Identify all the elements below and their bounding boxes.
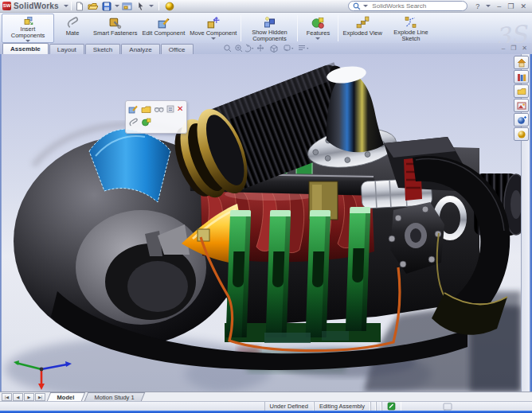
tab-assemble[interactable]: Assemble — [2, 43, 49, 54]
edit-assembly-icon — [387, 402, 396, 411]
dropdown-icon[interactable] — [315, 37, 320, 40]
button-label: Edit Component — [142, 30, 185, 37]
picture-icon — [517, 101, 526, 111]
dropdown-icon[interactable] — [211, 37, 216, 40]
solidworks-resources-tab[interactable] — [514, 56, 529, 69]
first-tab-button[interactable]: |◀ — [2, 393, 12, 401]
motion-study-tab[interactable]: Motion Study 1 — [84, 392, 144, 401]
explode-line-sketch-button[interactable]: Explode Line Sketch — [385, 14, 437, 43]
hide-show-items-icon — [299, 46, 305, 50]
doc-close-button[interactable]: ✕ — [522, 45, 527, 52]
mate-small-icon[interactable] — [128, 117, 139, 127]
help-dropdown-icon[interactable] — [486, 5, 491, 7]
search-input[interactable] — [370, 2, 463, 10]
model-tab[interactable]: Model — [47, 392, 85, 401]
status-right-gap — [452, 402, 532, 411]
task-pane-tabs — [514, 56, 530, 141]
open-button[interactable] — [88, 1, 99, 11]
sheet-tab-bar: |◀ ◀ ▶ ▶| Model Motion Study 1 — [0, 392, 532, 401]
move-component-icon — [206, 16, 220, 29]
select-dropdown-icon[interactable] — [149, 5, 154, 7]
mate-button[interactable]: Mate — [54, 14, 91, 43]
home-icon — [517, 58, 526, 68]
file-explorer-tab[interactable] — [514, 84, 529, 98]
quick-access-toolbar — [74, 1, 175, 11]
hide-component-icon[interactable] — [154, 104, 164, 115]
rotate-view-icon — [245, 45, 251, 52]
library-books-icon — [517, 72, 526, 82]
new-document-button[interactable] — [74, 1, 85, 11]
teal-reflection — [322, 331, 349, 341]
status-spacer — [0, 402, 264, 411]
divider — [241, 15, 241, 41]
exploded-view-icon — [356, 16, 370, 29]
select-button[interactable] — [135, 1, 147, 11]
smart-fasteners-icon — [108, 16, 122, 29]
search-scope-dropdown-icon[interactable] — [363, 5, 368, 7]
restore-button[interactable]: ❐ — [507, 2, 514, 10]
minimize-button[interactable]: – — [497, 2, 501, 10]
view-heads-up-toolbar[interactable] — [223, 44, 323, 53]
main-area: ✕ — [0, 54, 532, 392]
folder-icon — [517, 87, 526, 96]
features-button[interactable]: Features — [299, 14, 336, 43]
appearances-icon[interactable] — [141, 117, 151, 127]
ribbon-tab-bar: Assemble Layout Sketch Analyze Office – … — [0, 43, 532, 54]
open-folder-icon — [88, 2, 98, 11]
prev-tab-button[interactable]: ◀ — [13, 393, 23, 401]
command-manager: Insert Components Mate Smart Fasteners E… — [0, 13, 532, 43]
save-dropdown-icon[interactable] — [115, 5, 119, 7]
component-properties-icon[interactable] — [166, 105, 174, 113]
status-gap — [401, 402, 443, 411]
close-button[interactable]: ✕ — [520, 2, 526, 10]
show-hidden-components-button[interactable]: Show Hidden Components — [243, 14, 295, 43]
menu-caret-icon[interactable] — [64, 5, 68, 7]
tab-office[interactable]: Office — [161, 44, 194, 54]
button-label: Show Hidden Components — [245, 29, 293, 42]
features-icon — [311, 16, 325, 29]
search-box[interactable] — [348, 1, 467, 11]
constraint-status: Under Defined — [264, 402, 314, 411]
insert-components-button[interactable]: Insert Components — [2, 14, 54, 43]
smart-fasteners-button[interactable]: Smart Fasteners — [91, 14, 139, 43]
search-icon — [353, 2, 361, 10]
close-context-toolbar-button[interactable]: ✕ — [177, 104, 183, 114]
button-label: Explode Line Sketch — [387, 29, 435, 42]
titlebar[interactable]: SW SolidWorks — [0, 0, 532, 13]
open-part-icon[interactable] — [141, 104, 151, 115]
view-palette-tab[interactable] — [514, 99, 529, 112]
solidworks-window: SW SolidWorks — [0, 0, 532, 413]
appearances-scenes-tab[interactable] — [514, 113, 529, 127]
edit-part-icon[interactable] — [128, 104, 139, 115]
edit-assembly-indicator[interactable] — [381, 402, 401, 411]
graphics-area[interactable]: ✕ — [2, 54, 521, 392]
divider — [338, 15, 338, 41]
edit-component-icon — [157, 16, 170, 29]
help-button[interactable]: ? — [475, 2, 479, 10]
next-tab-button[interactable]: ▶ — [24, 393, 34, 401]
save-button[interactable] — [101, 1, 112, 11]
make-drawing-button[interactable] — [122, 1, 133, 11]
select-arrow-icon — [136, 2, 145, 11]
button-label: Features — [307, 30, 331, 37]
dropdown-icon[interactable] — [25, 40, 30, 42]
render-button[interactable] — [164, 1, 175, 11]
tab-layout[interactable]: Layout — [49, 44, 84, 54]
doc-minimize-button[interactable]: – — [502, 45, 505, 52]
app-title: SolidWorks — [14, 2, 59, 10]
edit-component-button[interactable]: Edit Component — [139, 14, 187, 43]
tab-analyze[interactable]: Analyze — [121, 44, 159, 54]
photoworks-tab[interactable] — [514, 127, 529, 141]
tab-sketch[interactable]: Sketch — [85, 44, 120, 54]
move-component-button[interactable]: Move Component — [187, 14, 239, 43]
doc-restore-button[interactable]: ❐ — [510, 45, 516, 52]
last-tab-button[interactable]: ▶| — [35, 393, 45, 401]
document-window-controls: – ❐ ✕ — [502, 45, 527, 52]
pan-icon — [257, 45, 264, 52]
exploded-view-button[interactable]: Exploded View — [340, 14, 384, 43]
status-bar: Under Defined Editing Assembly — [0, 401, 532, 411]
viewport-3d-model[interactable] — [2, 54, 521, 392]
design-library-tab[interactable] — [514, 70, 529, 84]
divider — [71, 2, 72, 10]
blue-sphere-plus-icon — [517, 115, 526, 125]
